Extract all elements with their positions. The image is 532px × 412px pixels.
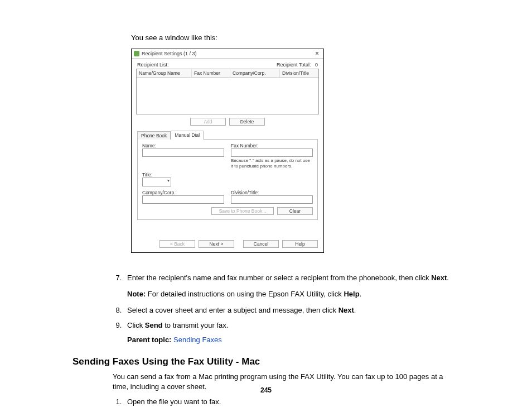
- recipient-total-label: Recipient Total:: [277, 62, 311, 68]
- help-button[interactable]: Help: [282, 240, 318, 248]
- col-division[interactable]: Division/Title: [280, 69, 318, 77]
- parent-topic-link[interactable]: Sending Faxes: [173, 336, 222, 344]
- next-button[interactable]: Next >: [199, 240, 234, 248]
- dialog-screenshot: Recipient Settings (1 / 3) × Recipient L…: [131, 49, 460, 253]
- note-label: Note:: [127, 290, 146, 298]
- title-label: Title:: [142, 172, 224, 178]
- steps-list: Enter the recipient's name and fax numbe…: [124, 273, 460, 330]
- cancel-button[interactable]: Cancel: [243, 240, 279, 248]
- delete-button[interactable]: Delete: [229, 118, 265, 126]
- division-input[interactable]: [231, 195, 313, 204]
- company-label: Company/Corp.:: [142, 190, 224, 195]
- col-fax[interactable]: Fax Number: [192, 69, 230, 77]
- recipient-settings-dialog: Recipient Settings (1 / 3) × Recipient L…: [131, 49, 324, 253]
- col-company[interactable]: Company/Corp.: [230, 69, 280, 77]
- mac-step-1: Open the file you want to fax.: [124, 397, 460, 408]
- faxnum-label: Fax Number:: [231, 143, 313, 148]
- division-label: Division/Title:: [231, 190, 313, 195]
- tab-manual-dial[interactable]: Manual Dial: [171, 131, 204, 140]
- name-label: Name:: [142, 143, 224, 148]
- add-button[interactable]: Add: [190, 118, 226, 126]
- close-icon[interactable]: ×: [313, 50, 321, 57]
- dialog-title: Recipient Settings (1 / 3): [142, 51, 197, 56]
- page-number: 245: [0, 386, 532, 394]
- tabs: Phone Book Manual Dial: [137, 130, 318, 139]
- col-name[interactable]: Name/Group Name: [137, 69, 192, 77]
- step-7: Enter the recipient's name and fax numbe…: [124, 273, 460, 300]
- section-heading: Sending Faxes Using the Fax Utility - Ma…: [72, 356, 460, 367]
- faxnum-hint: Because "-" acts as a pause, do not use …: [231, 157, 313, 169]
- step-8: Select a cover sheet and enter a subject…: [124, 305, 460, 316]
- wizard-buttons: < Back Next > Cancel Help: [132, 237, 323, 252]
- company-input[interactable]: [142, 195, 224, 204]
- recipient-list-label: Recipient List:: [137, 62, 169, 68]
- step-9: Click Send to transmit your fax.: [124, 320, 460, 331]
- back-button[interactable]: < Back: [159, 240, 195, 248]
- name-input[interactable]: [142, 148, 224, 157]
- title-select[interactable]: [142, 178, 171, 186]
- list-header-row: Recipient List: Recipient Total: 0: [132, 59, 323, 69]
- save-phonebook-button[interactable]: Save to Phone Book...: [211, 207, 274, 215]
- parent-topic-label: Parent topic:: [127, 336, 171, 344]
- app-icon: [134, 51, 139, 56]
- recipient-table[interactable]: Name/Group Name Fax Number Company/Corp.…: [136, 69, 319, 114]
- tab-phonebook[interactable]: Phone Book: [137, 131, 171, 140]
- mac-steps-list: Open the file you want to fax.: [124, 397, 460, 408]
- intro-text: You see a window like this:: [131, 33, 460, 42]
- recipient-total-value: 0: [315, 62, 318, 68]
- faxnum-input[interactable]: [231, 148, 313, 157]
- manual-dial-panel: Name: Fax Number: Because "-" acts as a …: [137, 139, 318, 220]
- clear-button[interactable]: Clear: [277, 207, 313, 215]
- titlebar: Recipient Settings (1 / 3) ×: [132, 49, 323, 59]
